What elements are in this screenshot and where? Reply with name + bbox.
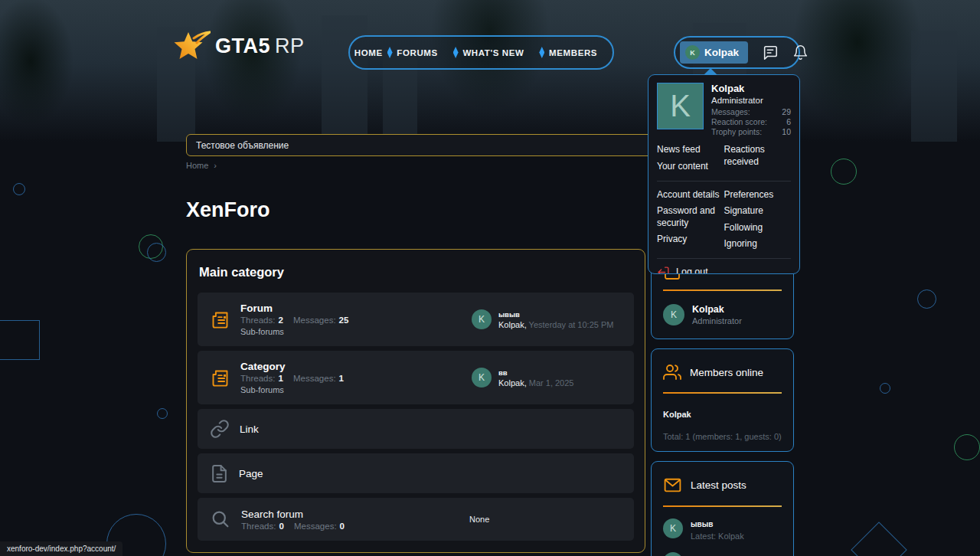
stat-label: Reaction score: — [711, 117, 767, 127]
menu-following[interactable]: Following — [724, 220, 792, 237]
logout-button[interactable]: Log out — [657, 266, 791, 274]
alerts-bell-icon[interactable] — [792, 44, 808, 61]
category-title[interactable]: Main category — [187, 250, 645, 293]
staff-member-name[interactable]: Kolpak — [692, 304, 742, 315]
account-menu-pointer-icon — [704, 68, 717, 75]
staff-member-role: Administrator — [692, 316, 742, 325]
stat-label: Messages: — [711, 107, 750, 117]
messages-label: Messages: — [293, 316, 336, 325]
decor-circle — [147, 243, 166, 262]
menu-divider — [657, 181, 791, 182]
forum-row: Forum Threads:2 Messages:25 Sub-forums K… — [198, 293, 634, 346]
avatar[interactable]: K — [663, 552, 683, 556]
search-forum-title[interactable]: Search forum — [241, 509, 352, 520]
menu-news-feed[interactable]: News feed — [657, 142, 724, 159]
online-total: Total: 1 (members: 1, guests: 0) — [663, 432, 782, 441]
logo-text-bold: GTA5 — [215, 34, 270, 57]
nav-home[interactable]: HOME — [354, 48, 383, 57]
account-menu-username[interactable]: Kolpak — [711, 83, 791, 94]
nav-members[interactable]: MEMBERS — [549, 48, 608, 57]
link-icon — [210, 419, 230, 439]
status-url-preview: xenforo-dev/index.php?account/ — [0, 541, 122, 556]
page-row: Page — [198, 453, 634, 493]
block-divider — [663, 505, 782, 507]
main-category-block: Main category Forum Threads:2 Messages:2… — [186, 249, 645, 553]
menu-account-details[interactable]: Account details — [657, 187, 724, 204]
account-menu: K Kolpak Administrator Messages:29 React… — [648, 74, 800, 274]
avatar[interactable]: K — [657, 83, 704, 129]
latest-author[interactable]: Kolpak, — [498, 378, 527, 388]
latest-date[interactable]: Mar 1, 2025 — [529, 378, 574, 388]
search-icon — [210, 509, 231, 530]
nav-separator-icon — [453, 47, 459, 58]
page-title-row[interactable]: Page — [239, 468, 263, 479]
account-menu-role: Administrator — [711, 96, 791, 105]
latest-thread-title[interactable]: вв — [498, 368, 573, 377]
latest-post-thread[interactable]: ывыв — [691, 520, 744, 528]
threads-count: 0 — [279, 522, 283, 531]
menu-divider — [657, 258, 791, 259]
decor-circle — [13, 183, 25, 195]
page-title: XenForo — [186, 198, 270, 222]
menu-password-security[interactable]: Password and security — [657, 203, 724, 231]
forum-row: Category Threads:1 Messages:1 Sub-forums… — [198, 351, 634, 404]
latest-author[interactable]: Kolpak, — [498, 320, 527, 329]
account-button[interactable]: K Kolpak — [680, 41, 748, 64]
avatar[interactable]: K — [472, 309, 492, 329]
search-forum-row: Search forum Threads:0 Messages:0 None — [198, 498, 634, 541]
threads-label: Threads: — [240, 316, 275, 325]
forum-icon — [210, 368, 230, 388]
notice-text: Тестовое объявление — [196, 140, 289, 151]
latest-date[interactable]: Yesterday at 10:25 PM — [529, 320, 614, 329]
threads-count: 2 — [278, 316, 283, 325]
site-logo[interactable]: GTA5RP — [174, 29, 305, 63]
decor-circle — [880, 383, 890, 394]
forum-title[interactable]: Category — [240, 361, 351, 372]
menu-ignoring[interactable]: Ignoring — [724, 236, 792, 253]
online-member-name[interactable]: Kolpak — [663, 410, 782, 419]
nav-separator-icon — [387, 47, 393, 58]
block-divider — [663, 392, 782, 394]
decor-square — [0, 320, 40, 360]
logo-text-light: RP — [275, 34, 305, 57]
latest-posts-title[interactable]: Latest posts — [691, 479, 746, 491]
threads-label: Threads: — [241, 522, 276, 531]
subforums-toggle[interactable]: Sub-forums — [240, 327, 356, 336]
forum-title[interactable]: Forum — [240, 303, 356, 314]
block-divider — [663, 289, 782, 291]
avatar-letter: K — [670, 89, 691, 123]
latest-post: K вв Kolpak, Mar 1, 2025 — [472, 368, 573, 388]
menu-preferences[interactable]: Preferences — [724, 187, 792, 204]
messages-label: Messages: — [294, 522, 337, 531]
avatar[interactable]: K — [472, 368, 492, 388]
subforums-toggle[interactable]: Sub-forums — [240, 385, 351, 394]
stat-label: Trophy points: — [711, 127, 762, 137]
nav-forums-label: FORUMS — [397, 48, 437, 57]
nav-forums[interactable]: FORUMS — [397, 48, 448, 57]
link-title[interactable]: Link — [240, 424, 259, 435]
avatar[interactable]: K — [663, 304, 684, 325]
nav-members-label: MEMBERS — [549, 48, 597, 57]
latest-thread-title[interactable]: ывыв — [498, 310, 613, 319]
logo-star-icon — [174, 29, 211, 63]
latest-post-author: Latest: Kolpak — [691, 531, 744, 541]
avatar[interactable]: K — [663, 518, 683, 538]
latest-post-item: K ывыв Latest: Kolpak — [663, 518, 782, 541]
members-online-title[interactable]: Members online — [690, 367, 763, 378]
messages-label: Messages: — [293, 374, 336, 383]
latest-post-item: K вв — [663, 552, 782, 556]
conversations-icon[interactable] — [762, 44, 779, 61]
nav-whats-new-label: WHAT'S NEW — [462, 48, 524, 57]
breadcrumb-home[interactable]: Home — [186, 161, 208, 170]
menu-signature[interactable]: Signature — [724, 203, 792, 220]
messages-count: 25 — [339, 316, 349, 325]
nav-whats-new[interactable]: WHAT'S NEW — [462, 48, 534, 57]
menu-your-content[interactable]: Your content — [657, 159, 724, 175]
stat-value: 10 — [782, 127, 791, 137]
latest-posts-icon — [663, 476, 682, 495]
account-button-label: Kolpak — [704, 47, 739, 58]
logout-label: Log out — [676, 267, 708, 274]
menu-privacy[interactable]: Privacy — [657, 231, 724, 248]
menu-reactions-received[interactable]: Reactions received — [724, 142, 792, 170]
decor-circle — [954, 434, 980, 460]
